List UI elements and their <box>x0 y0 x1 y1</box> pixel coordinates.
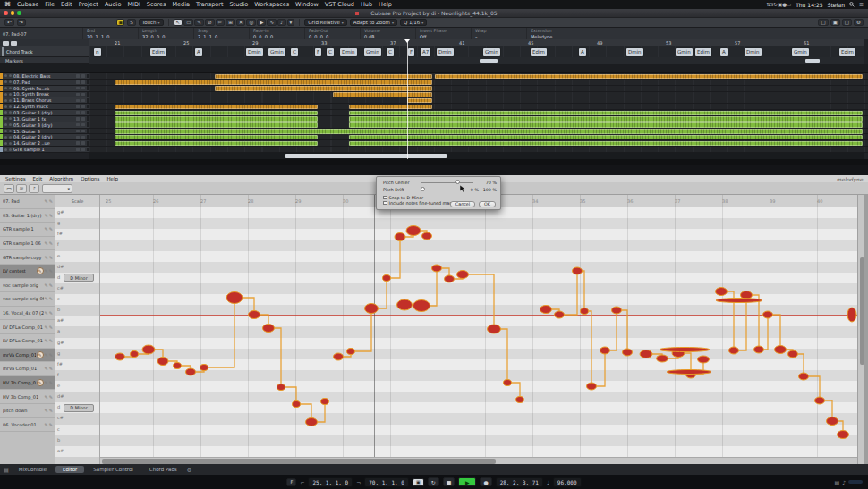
melodyne-track-item[interactable]: mrVa Comp_01✎✎✎ <box>0 349 55 363</box>
melodyne-note[interactable] <box>263 325 275 333</box>
menu-media[interactable]: Media <box>172 1 190 8</box>
melodyne-note[interactable] <box>131 351 139 358</box>
record-enable-button[interactable] <box>76 74 80 78</box>
scale-row[interactable]: f <box>55 370 99 381</box>
track-lane[interactable] <box>89 129 868 134</box>
melodyne-note[interactable] <box>555 311 565 318</box>
menu-vst-cloud[interactable]: VST Cloud <box>325 1 354 8</box>
edit-icon[interactable]: ✎ <box>49 422 53 427</box>
edit-icon[interactable]: ✎ <box>45 226 48 232</box>
status-icon[interactable]: ▭ <box>787 2 791 7</box>
monitor-button[interactable] <box>81 136 85 139</box>
melodyne-note[interactable] <box>186 368 196 375</box>
menu-audio[interactable]: Audio <box>105 1 121 8</box>
menu-transport[interactable]: Transport <box>196 1 224 8</box>
track-header[interactable]: 11. Brass Chorus <box>0 97 89 103</box>
infoline-field[interactable]: Volume0 dB <box>360 28 415 39</box>
track-row[interactable]: 14. Guitar 2 ..ue <box>0 140 868 147</box>
track-lane[interactable] <box>89 116 868 122</box>
solo-button[interactable]: S <box>127 19 136 26</box>
redo-button[interactable]: ↷ <box>17 19 27 26</box>
edit-icon[interactable]: ✎ <box>45 213 48 218</box>
scale-row[interactable]: a# <box>55 446 99 457</box>
solo-button[interactable] <box>9 130 12 132</box>
track-lane[interactable] <box>89 122 868 128</box>
edit-icon[interactable]: ✎ <box>49 366 53 371</box>
chord-event[interactable]: A <box>579 48 586 56</box>
right-locator-value[interactable]: 70. 1. 1. 0 <box>364 477 409 487</box>
chord-event[interactable]: F <box>315 48 321 56</box>
infoline-field[interactable]: ExtensionMelodyne <box>526 28 582 39</box>
track-header[interactable]: 05. Guitar 3 (dry) <box>0 122 89 128</box>
scale-row[interactable]: b <box>55 305 99 316</box>
playhead-marker[interactable] <box>404 39 410 43</box>
melodyne-track-item[interactable]: 16. Vocal_4x 07 (2)✎✎ <box>0 307 55 321</box>
scale-name-label[interactable]: D Minor <box>64 404 94 412</box>
control-center-icon[interactable]: ☰ <box>859 2 864 7</box>
track-row[interactable]: 13. Guitar 1 fx <box>0 116 868 122</box>
timeline-ruler[interactable]: 2125293337414549535761 <box>89 39 864 46</box>
melodyne-note[interactable] <box>293 401 301 408</box>
edit-icon[interactable]: ✎ <box>49 325 53 330</box>
menu-cubase[interactable]: Cubase <box>17 1 38 8</box>
melodyne-pitch-ruler[interactable]: Scale g#gf#fed#dD Minorc#cba#ag#gf#fed#d… <box>55 195 100 464</box>
track-header[interactable]: 04. Guitar 2 (dry) <box>0 134 89 139</box>
edit-icon[interactable]: ✎ <box>45 394 48 400</box>
chord-event[interactable]: Dmin <box>437 48 454 56</box>
solo-button[interactable] <box>9 87 12 89</box>
chord-event[interactable]: Gmin <box>268 48 285 56</box>
chord-event[interactable]: C <box>387 48 394 56</box>
melodyne-note[interactable] <box>827 417 838 426</box>
audio-clip[interactable] <box>115 80 432 85</box>
chord-event[interactable]: n <box>94 48 101 56</box>
audio-clip[interactable] <box>115 122 318 128</box>
scale-row[interactable]: g <box>55 349 99 359</box>
edit-icon[interactable]: ✎ <box>45 338 48 343</box>
edit-icon[interactable]: ✎ <box>45 255 48 260</box>
tab-editor[interactable]: Editor <box>55 466 84 473</box>
audio-clip[interactable] <box>435 74 863 80</box>
mute-button[interactable] <box>4 87 7 89</box>
scale-row[interactable]: c# <box>55 413 99 424</box>
record-enable-button[interactable] <box>76 136 80 139</box>
cycle-button[interactable]: ↻ <box>428 477 439 486</box>
monitor-button[interactable] <box>81 111 85 114</box>
melodyne-note[interactable] <box>504 380 512 386</box>
master-volume-bar[interactable] <box>848 480 863 484</box>
melodyne-macro-dropdown[interactable]: ▾ <box>42 184 72 193</box>
monitor-button[interactable] <box>81 99 85 103</box>
scale-row[interactable]: c <box>55 294 99 305</box>
audio-clip[interactable] <box>115 129 863 134</box>
record-enable-button[interactable] <box>76 141 80 145</box>
track-lane[interactable] <box>89 104 868 109</box>
play-button[interactable]: ▶ <box>458 477 476 486</box>
melodyne-track-item[interactable]: GTR sample 1 06✎✎ <box>0 237 55 251</box>
scale-row[interactable]: a# <box>55 316 99 326</box>
melodyne-note[interactable] <box>587 383 597 390</box>
output-icon[interactable]: ♪ <box>842 479 846 485</box>
infoline-field[interactable]: Length32. 0. 0. 0 <box>138 28 193 39</box>
menu-studio[interactable]: Studio <box>229 1 248 8</box>
edit-icon[interactable]: ✎ <box>45 380 48 385</box>
edit-icon[interactable]: ✎ <box>45 296 48 301</box>
audio-clip[interactable] <box>407 98 432 104</box>
scale-row[interactable]: f# <box>55 359 99 370</box>
melodyne-note[interactable] <box>516 397 524 403</box>
tool-button[interactable]: ✂ <box>216 19 226 26</box>
melodyne-note[interactable] <box>174 363 182 369</box>
record-enable-button[interactable] <box>76 123 80 127</box>
melodyne-note[interactable] <box>640 350 652 358</box>
melodyne-vertical-scrollbar[interactable] <box>857 195 864 464</box>
monitor-button[interactable] <box>81 87 85 90</box>
edit-icon[interactable]: ✎ <box>49 282 53 288</box>
melodyne-note[interactable] <box>698 356 710 363</box>
edit-icon[interactable]: ✎ <box>45 422 48 427</box>
melodyne-note[interactable] <box>306 418 318 426</box>
scrollbar-thumb[interactable] <box>102 459 496 464</box>
melodyne-note[interactable] <box>249 311 260 319</box>
melodyne-note[interactable] <box>623 349 633 356</box>
track-row[interactable]: 04. Guitar 2 (dry) <box>0 134 868 140</box>
melodyne-note[interactable] <box>413 300 430 312</box>
snap-type-dropdown[interactable]: Grid Relative ▾ <box>304 19 347 26</box>
solo-button[interactable] <box>9 117 12 120</box>
